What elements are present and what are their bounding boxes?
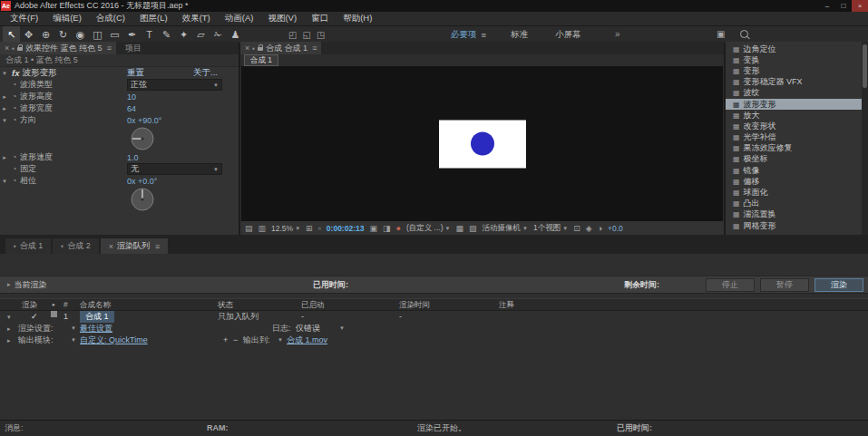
roto-brush-tool-icon[interactable]: ✁ xyxy=(210,26,227,43)
list-item[interactable]: ▦变形稳定器 VFX xyxy=(726,77,862,88)
composition-viewport[interactable] xyxy=(241,66,723,221)
close-icon[interactable]: × xyxy=(245,44,249,53)
wave-type-dropdown[interactable]: 正弦 ▼ xyxy=(127,79,222,91)
stop-button[interactable]: 停止 xyxy=(706,278,755,292)
stopwatch-icon[interactable]: ◔ xyxy=(9,92,20,101)
tab-comp-2[interactable]: ▪ 合成 2 xyxy=(53,238,98,254)
hand-tool-icon[interactable]: ✥ xyxy=(20,26,37,43)
lock-icon[interactable] xyxy=(17,47,23,51)
pan-behind-tool-icon[interactable]: ◫ xyxy=(89,26,106,43)
phase-dial[interactable] xyxy=(131,188,154,211)
menu-help[interactable]: 帮助(H) xyxy=(336,13,379,24)
list-item[interactable]: ▦果冻效应修复 xyxy=(726,143,862,154)
reset-link[interactable]: 重置 xyxy=(127,67,144,79)
channels-icon[interactable]: ● xyxy=(395,224,400,233)
zoom-dropdown[interactable]: 12.5% ▼ xyxy=(271,224,300,233)
pen-tool-icon[interactable]: ✒ xyxy=(123,26,141,43)
clone-stamp-tool-icon[interactable]: ✦ xyxy=(175,26,192,43)
menu-view[interactable]: 视图(V) xyxy=(260,13,304,24)
shape-tool-icon[interactable]: ▭ xyxy=(106,26,123,43)
brush-tool-icon[interactable]: ✎ xyxy=(158,26,175,43)
property-value[interactable]: 0x +90.0° xyxy=(127,116,161,125)
add-output-icon[interactable]: + xyxy=(223,334,228,346)
chevron-down-icon[interactable]: ▼ xyxy=(71,334,76,346)
resolution-icon[interactable]: ▦ xyxy=(455,224,463,233)
menu-edit[interactable]: 编辑(E) xyxy=(45,13,89,24)
output-module-link[interactable]: 自定义: QuickTime xyxy=(80,334,148,346)
world-axis-mode-icon[interactable]: ◱ xyxy=(302,30,310,40)
fast-previews-icon[interactable]: ◈ xyxy=(586,224,592,233)
twirl-closed-icon[interactable]: ▸ xyxy=(0,105,9,112)
camera-dropdown[interactable]: 活动摄像机 ▼ xyxy=(483,223,528,234)
column-comp-name[interactable]: 合成名称 xyxy=(80,299,111,310)
chevron-down-icon[interactable]: ▼ xyxy=(71,323,76,334)
stopwatch-icon[interactable]: ◔ xyxy=(9,177,20,185)
menu-animation[interactable]: 动画(A) xyxy=(218,13,261,24)
pause-button[interactable]: 暂停 xyxy=(760,278,809,292)
chevron-down-icon[interactable]: ▼ xyxy=(339,323,345,334)
view-axis-mode-icon[interactable]: ◳ xyxy=(317,30,325,40)
comp-color-chip[interactable] xyxy=(51,311,57,317)
list-item[interactable]: ▦变换 xyxy=(726,54,862,65)
snapshot-icon[interactable]: ▣ xyxy=(369,224,377,233)
property-value[interactable]: 1.0 xyxy=(127,153,139,162)
stopwatch-icon[interactable]: ◔ xyxy=(9,116,20,124)
maximize-button[interactable]: □ xyxy=(835,0,852,12)
list-item[interactable]: ▦湍流置换 xyxy=(726,209,862,220)
close-button[interactable]: × xyxy=(852,0,868,12)
stopwatch-icon[interactable]: ◔ xyxy=(9,81,20,89)
list-item[interactable]: ▦镜像 xyxy=(726,165,862,176)
about-link[interactable]: 关于... xyxy=(193,67,218,79)
panel-menu-icon[interactable]: ≡ xyxy=(155,242,160,251)
output-to-link[interactable]: 合成 1.mov xyxy=(287,334,327,346)
table-row[interactable]: ▾ ✓ 1 合成 1 只加入队列 - - xyxy=(0,311,868,323)
stopwatch-icon[interactable]: ◔ xyxy=(9,104,20,112)
property-value[interactable]: 10 xyxy=(127,92,136,102)
chevron-down-icon[interactable]: ▼ xyxy=(278,334,283,346)
queue-item-name[interactable]: 合成 1 xyxy=(80,311,114,323)
mask-visibility-icon[interactable]: ▫ xyxy=(318,224,321,233)
rotation-tool-icon[interactable]: ↻ xyxy=(54,26,72,43)
eraser-tool-icon[interactable]: ▱ xyxy=(192,26,210,43)
menu-composition[interactable]: 合成(C) xyxy=(89,13,132,24)
render-settings-link[interactable]: 最佳设置 xyxy=(80,323,112,334)
menu-layer[interactable]: 图层(L) xyxy=(132,13,175,24)
grid-guides-icon[interactable]: ⊞ xyxy=(306,224,313,233)
close-icon[interactable]: × xyxy=(5,44,9,53)
tab-project[interactable]: 项目 xyxy=(116,42,151,54)
scrollbar[interactable] xyxy=(862,42,868,235)
list-item[interactable]: ▦改变形状 xyxy=(726,121,862,131)
list-item[interactable]: ▦偏移 xyxy=(726,176,862,187)
column-render[interactable]: 渲染 xyxy=(22,299,37,310)
workspace-tab-essentials[interactable]: 必要项 ≡ xyxy=(451,26,486,43)
search-icon[interactable] xyxy=(740,30,748,38)
twirl-closed-icon[interactable]: ▸ xyxy=(7,281,11,288)
type-tool-icon[interactable]: T xyxy=(141,26,158,43)
workspace-tab-standard[interactable]: 标准 xyxy=(511,26,528,43)
exposure-icon[interactable]: ◑ xyxy=(598,224,602,233)
camera-tool-icon[interactable]: ◉ xyxy=(72,26,89,43)
menu-effect[interactable]: 效果(T) xyxy=(175,13,218,24)
twirl-open-icon[interactable]: ▾ xyxy=(0,117,9,124)
region-of-interest-icon[interactable]: ▧ xyxy=(469,224,477,233)
column-status[interactable]: 状态 xyxy=(218,299,233,310)
list-item[interactable]: ▦边角定位 xyxy=(726,44,862,54)
twirl-closed-icon[interactable]: ▸ xyxy=(7,323,11,334)
lock-icon[interactable] xyxy=(258,47,263,51)
stopwatch-icon[interactable]: ◔ xyxy=(9,165,20,173)
twirl-closed-icon[interactable]: ▸ xyxy=(7,334,11,346)
panel-menu-icon[interactable]: ≡ xyxy=(312,44,317,53)
tab-render-queue[interactable]: × 渲染队列 ≡ xyxy=(101,238,169,254)
workspace-menu-icon[interactable]: ≡ xyxy=(482,30,487,40)
list-item[interactable]: ▦光学补偿 xyxy=(726,132,862,143)
local-axis-mode-icon[interactable]: ◰ xyxy=(288,30,297,40)
column-number[interactable]: # xyxy=(63,299,68,310)
view-layout-dropdown[interactable]: 1个视图 ▼ xyxy=(533,223,568,234)
colorspace-dropdown[interactable]: (自定义 ...) ▼ xyxy=(406,223,451,234)
menu-file[interactable]: 文件(F) xyxy=(3,13,45,24)
scrollbar-thumb[interactable] xyxy=(863,44,867,88)
minimize-button[interactable]: – xyxy=(819,0,835,12)
panel-box-icon[interactable]: ▣ xyxy=(717,26,725,43)
render-checkbox[interactable]: ✓ xyxy=(31,311,38,323)
log-value[interactable]: 仅错误 xyxy=(296,323,320,334)
